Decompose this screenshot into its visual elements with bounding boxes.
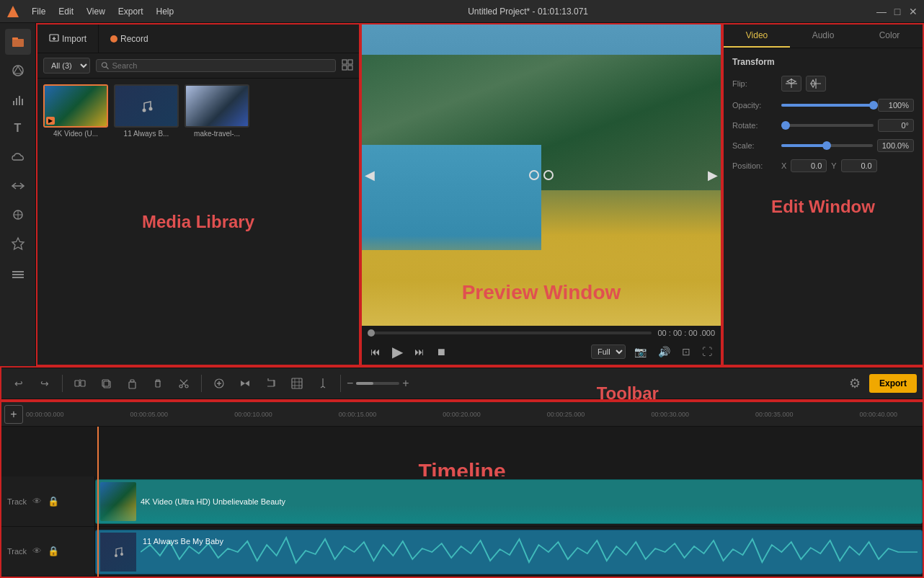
- add-track-btn[interactable]: +: [4, 405, 23, 424]
- grid-view-btn[interactable]: [342, 59, 353, 73]
- audio-note-icon: [111, 545, 125, 559]
- stop-btn[interactable]: ⏹: [433, 344, 449, 359]
- tab-video[interactable]: Video: [724, 25, 790, 48]
- track-lock-btn-audio[interactable]: 🔒: [48, 546, 59, 556]
- scale-thumb[interactable]: [822, 141, 831, 150]
- export-button[interactable]: Export: [869, 374, 917, 393]
- maximize-btn[interactable]: □: [892, 6, 902, 17]
- progress-track[interactable]: [368, 332, 652, 334]
- svg-rect-29: [75, 381, 79, 386]
- grid-timeline-icon: [291, 378, 303, 389]
- snapshot-btn[interactable]: 📷: [631, 344, 649, 359]
- scale-value: 100.0%: [877, 139, 914, 152]
- redo-btn[interactable]: ↪: [33, 373, 56, 394]
- sidebar-item-text[interactable]: T: [5, 115, 31, 141]
- opacity-slider[interactable]: [781, 104, 874, 107]
- preview-right-arrow[interactable]: ▶: [708, 167, 718, 183]
- rotate-thumb[interactable]: [781, 121, 790, 130]
- grid-timeline-btn[interactable]: [285, 373, 308, 394]
- clip-waveform-video: [96, 505, 922, 523]
- nav-dot-2[interactable]: [543, 170, 554, 180]
- menu-file[interactable]: File: [26, 4, 51, 19]
- undo-btn[interactable]: ↩: [7, 373, 30, 394]
- crop-icon: [265, 378, 277, 389]
- play-badge: ▶: [46, 117, 55, 125]
- menu-edit[interactable]: Edit: [53, 4, 79, 19]
- preview-nav-dots: [529, 170, 554, 180]
- paste-btn[interactable]: [120, 373, 143, 394]
- volume-btn[interactable]: 🔊: [655, 344, 673, 359]
- zoom-slider[interactable]: [356, 382, 399, 385]
- crop-btn[interactable]: [259, 373, 283, 394]
- menu-help[interactable]: Help: [151, 4, 180, 19]
- cut-btn[interactable]: [172, 373, 195, 394]
- fullscreen-btn[interactable]: ⛶: [699, 344, 715, 359]
- sidebar-item-media[interactable]: [5, 29, 31, 55]
- tab-color[interactable]: Color: [856, 25, 923, 48]
- play-pause-btn[interactable]: ▶: [389, 342, 406, 362]
- flip-v-icon: [809, 78, 822, 89]
- zoom-fill: [356, 382, 373, 385]
- settings-btn[interactable]: ⚙: [846, 373, 863, 394]
- menu-view[interactable]: View: [81, 4, 111, 19]
- opacity-thumb[interactable]: [869, 101, 878, 110]
- track-controls-video: Track 👁 🔒: [1, 476, 95, 525]
- copy-btn[interactable]: [94, 373, 117, 394]
- flip-h-btn[interactable]: [781, 76, 801, 92]
- transition-btn[interactable]: [234, 373, 257, 394]
- effects-add-icon: [213, 378, 225, 389]
- import-button[interactable]: Import: [37, 25, 99, 53]
- delete-btn[interactable]: [146, 373, 169, 394]
- nav-dot-1[interactable]: [529, 170, 539, 180]
- sidebar-item-transitions[interactable]: [5, 173, 31, 199]
- track-lock-btn-video[interactable]: 🔒: [48, 496, 59, 507]
- sidebar-item-cloud[interactable]: [5, 144, 31, 170]
- split-btn[interactable]: [68, 373, 92, 394]
- record-label: Record: [120, 34, 148, 44]
- svg-rect-6: [16, 98, 17, 105]
- playhead[interactable]: [97, 427, 99, 577]
- opacity-label: Opacity:: [732, 101, 776, 110]
- track-visibility-btn-audio[interactable]: 👁: [32, 546, 42, 556]
- video-clip[interactable]: 4K Video (Ultra HD) Unbelievable Beauty: [95, 479, 923, 524]
- tab-audio[interactable]: Audio: [790, 25, 856, 48]
- flip-v-btn[interactable]: [806, 76, 826, 92]
- x-value[interactable]: 0.0: [791, 159, 827, 172]
- prev-frame-btn[interactable]: ⏮: [368, 344, 383, 359]
- record-button[interactable]: Record: [99, 25, 160, 53]
- pip-btn[interactable]: ⊡: [679, 344, 693, 359]
- sidebar-item-filters[interactable]: [5, 202, 31, 228]
- track-row-audio: Track 👁 🔒: [1, 527, 923, 577]
- sidebar-item-audio[interactable]: [5, 86, 31, 112]
- next-frame-btn[interactable]: ⏭: [412, 344, 427, 359]
- y-value[interactable]: 0.0: [841, 159, 877, 172]
- progress-thumb[interactable]: [368, 329, 375, 337]
- search-input[interactable]: [112, 61, 331, 70]
- thumbnail-item-music[interactable]: 11 Always B...: [114, 84, 179, 138]
- track-visibility-btn-video[interactable]: 👁: [32, 496, 42, 507]
- svg-rect-15: [12, 274, 24, 275]
- rotate-slider[interactable]: [781, 124, 874, 127]
- transitions-icon: [11, 179, 25, 193]
- svg-rect-7: [19, 96, 20, 105]
- zoom-out-btn[interactable]: −: [347, 377, 353, 390]
- thumbnail-label-travel: make-travel-...: [185, 130, 249, 138]
- media-filter-select[interactable]: All (3) Video Audio Image: [43, 58, 90, 74]
- zoom-in-btn[interactable]: +: [402, 377, 409, 390]
- sidebar-item-timeline[interactable]: [5, 259, 31, 285]
- menu-export[interactable]: Export: [112, 4, 149, 19]
- quality-select[interactable]: Full 1/2 1/4: [591, 344, 626, 359]
- preview-left-arrow[interactable]: ◀: [365, 167, 375, 183]
- thumbnail-item-4k[interactable]: ▶ 4K Video (U...: [43, 84, 108, 138]
- marker-btn[interactable]: [311, 373, 334, 394]
- close-btn[interactable]: ✕: [908, 6, 918, 17]
- thumbnail-item-travel[interactable]: make-travel-...: [185, 84, 249, 138]
- svg-marker-4: [14, 66, 22, 74]
- toolbar-wrapper: ↩ ↪: [0, 366, 924, 401]
- sidebar-item-favorites[interactable]: [5, 231, 31, 257]
- effects-add-btn[interactable]: [208, 373, 231, 394]
- minimize-btn[interactable]: —: [876, 6, 887, 17]
- scale-slider[interactable]: [781, 144, 873, 147]
- svg-rect-1: [12, 39, 24, 47]
- sidebar-item-effects[interactable]: [5, 58, 31, 84]
